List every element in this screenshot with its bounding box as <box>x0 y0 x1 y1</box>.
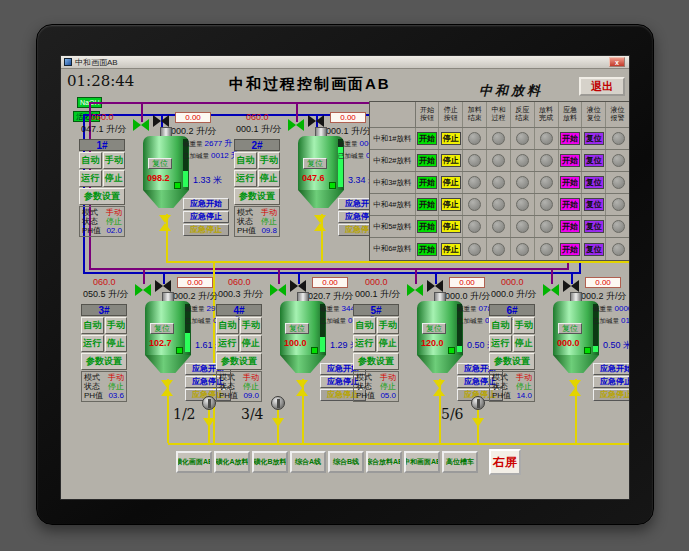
run-button[interactable]: 运行 <box>353 335 376 352</box>
level-reset-button[interactable]: 复位 <box>584 243 604 256</box>
flow-setpoint-value: 060.0 <box>93 277 116 287</box>
params-button[interactable]: 参数设置 <box>489 353 535 370</box>
nav-button[interactable]: 中和画面AB <box>404 451 440 473</box>
tank-reset-button[interactable]: 复位 <box>285 323 309 334</box>
discharge-complete-indicator <box>540 132 553 145</box>
level-reset-button[interactable]: 复位 <box>584 220 604 233</box>
nav-button[interactable]: 磺化A放料 <box>214 451 250 473</box>
start-button[interactable]: 开始 <box>417 154 437 167</box>
pipe-segment <box>89 268 569 270</box>
emergency-start-button[interactable]: 应急开始 <box>593 363 630 375</box>
close-icon[interactable]: x <box>609 57 625 67</box>
tank-value: 120.0 <box>421 338 444 348</box>
manual-button[interactable]: 手动 <box>513 317 536 334</box>
stop-button[interactable]: 停止 <box>441 132 461 145</box>
right-screen-button[interactable]: 右屏 <box>489 449 521 475</box>
stop-button[interactable]: 停止 <box>258 170 281 187</box>
manual-button[interactable]: 手动 <box>377 317 400 334</box>
nav-button[interactable]: 磺化画面AB <box>176 451 212 473</box>
auto-button[interactable]: 自动 <box>216 317 239 334</box>
start-button[interactable]: 开始 <box>417 132 437 145</box>
start-button[interactable]: 开始 <box>417 220 437 233</box>
status-value: 停止 <box>380 382 396 391</box>
manual-button[interactable]: 手动 <box>103 152 126 169</box>
run-button[interactable]: 运行 <box>81 335 104 352</box>
window-titlebar: 中和画面AB x <box>61 56 629 69</box>
tank-reset-button[interactable]: 复位 <box>422 323 446 334</box>
params-button[interactable]: 参数设置 <box>81 353 127 370</box>
feed-end-indicator <box>468 220 481 233</box>
start-button[interactable]: 开始 <box>417 176 437 189</box>
nav-button[interactable]: 综合B线 <box>328 451 364 473</box>
emergency-stop-button[interactable]: 应急停止 <box>593 376 630 388</box>
auto-button[interactable]: 自动 <box>234 152 257 169</box>
table-row: 中和2#放料 开始 停止 开始 复位 <box>370 150 630 172</box>
run-button[interactable]: 运行 <box>216 335 239 352</box>
status-value: 停止 <box>243 382 259 391</box>
reaction-end-indicator <box>516 243 529 256</box>
emergency-controls: 应急开始 应急停止 应急停止 <box>183 198 229 237</box>
emergency-stop-button-2[interactable]: 应急停止 <box>183 224 229 236</box>
manual-button[interactable]: 手动 <box>105 317 128 334</box>
params-button[interactable]: 参数设置 <box>79 188 125 205</box>
tank-reset-button[interactable]: 复位 <box>558 323 582 334</box>
emergency-stop-button[interactable]: 应急停止 <box>183 211 229 223</box>
emergency-stop-button-2[interactable]: 应急停止 <box>593 389 630 401</box>
hmi-screen: 中和画面AB x 01:28:44 中和过程控制画面AB 中和放料 退出 NaO… <box>60 55 630 500</box>
params-button[interactable]: 参数设置 <box>234 188 280 205</box>
manual-button[interactable]: 手动 <box>258 152 281 169</box>
emergency-discharge-button[interactable]: 开始 <box>560 154 580 167</box>
tank-level-fill <box>320 337 325 352</box>
tank-reset-button[interactable]: 复位 <box>303 158 327 169</box>
reactor-unit: 000.0 000.1 升/分 0.00 000.0 升/分 5# 自动 手动 … <box>353 277 505 411</box>
table-row: 中和4#放料 开始 停止 开始 复位 <box>370 194 630 216</box>
flow-setpoint-value: 000.0 <box>501 277 524 287</box>
row-label: 中和2#放料 <box>370 150 416 171</box>
nav-button[interactable]: 综合放料AB <box>366 451 402 473</box>
row-label: 中和3#放料 <box>370 172 416 193</box>
emergency-start-button[interactable]: 应急开始 <box>183 198 229 210</box>
level-reset-button[interactable]: 复位 <box>584 132 604 145</box>
auto-button[interactable]: 自动 <box>489 317 512 334</box>
stop-button[interactable]: 停止 <box>105 335 128 352</box>
stop-button[interactable]: 停止 <box>441 198 461 211</box>
run-button[interactable]: 运行 <box>234 170 257 187</box>
window-icon <box>64 58 72 66</box>
unit-control-panel: 1# 自动 手动 运行 停止 参数设置 模式手动 状态停止 PH值02.0 <box>79 139 125 237</box>
stop-button[interactable]: 停止 <box>441 243 461 256</box>
nav-button[interactable]: 综合A线 <box>290 451 326 473</box>
emergency-discharge-button[interactable]: 开始 <box>560 198 580 211</box>
stop-button[interactable]: 停止 <box>441 154 461 167</box>
emergency-discharge-button[interactable]: 开始 <box>560 243 580 256</box>
emergency-discharge-button[interactable]: 开始 <box>560 220 580 233</box>
level-reset-button[interactable]: 复位 <box>584 198 604 211</box>
run-button[interactable]: 运行 <box>489 335 512 352</box>
level-reset-button[interactable]: 复位 <box>584 154 604 167</box>
start-button[interactable]: 开始 <box>417 198 437 211</box>
row-label: 中和5#放料 <box>370 216 416 237</box>
level-reset-button[interactable]: 复位 <box>584 176 604 189</box>
auto-button[interactable]: 自动 <box>81 317 104 334</box>
run-button[interactable]: 运行 <box>79 170 102 187</box>
mode-value: 手动 <box>106 208 122 217</box>
stop-button[interactable]: 停止 <box>441 176 461 189</box>
stop-button[interactable]: 停止 <box>103 170 126 187</box>
alkali-total-label: 碱重量 <box>320 305 340 312</box>
auto-button[interactable]: 自动 <box>353 317 376 334</box>
stop-button[interactable]: 停止 <box>513 335 536 352</box>
tank-level-fill <box>185 333 190 352</box>
emergency-discharge-button[interactable]: 开始 <box>560 132 580 145</box>
params-button[interactable]: 参数设置 <box>216 353 262 370</box>
stop-button[interactable]: 停止 <box>377 335 400 352</box>
nav-button[interactable]: 高位槽车 <box>442 451 478 473</box>
tank-reset-button[interactable]: 复位 <box>148 158 172 169</box>
nav-button[interactable]: 磺化B放料 <box>252 451 288 473</box>
auto-button[interactable]: 自动 <box>79 152 102 169</box>
emergency-discharge-button[interactable]: 开始 <box>560 176 580 189</box>
params-button[interactable]: 参数设置 <box>353 353 399 370</box>
stop-button[interactable]: 停止 <box>240 335 263 352</box>
tank-reset-button[interactable]: 复位 <box>150 323 174 334</box>
stop-button[interactable]: 停止 <box>441 220 461 233</box>
start-button[interactable]: 开始 <box>417 243 437 256</box>
manual-button[interactable]: 手动 <box>240 317 263 334</box>
